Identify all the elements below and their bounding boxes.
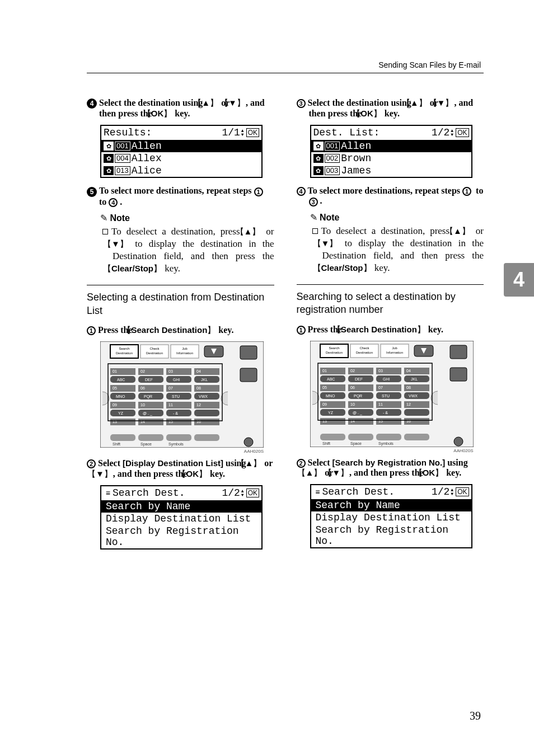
figure-caption: AAH020S	[100, 449, 264, 454]
step-text: using	[445, 458, 467, 467]
svg-rect-148	[348, 434, 373, 440]
lcd-row: Search by Registration No.	[311, 524, 471, 547]
divider	[297, 284, 484, 285]
lcd-results: Results: 1/1 ▲▼ OK ✿001Allen ✿004Allex ✿…	[100, 125, 263, 178]
svg-text:VWX: VWX	[409, 394, 418, 398]
section-title: Selecting a destination from Destination…	[87, 291, 274, 317]
svg-text:Information: Information	[176, 351, 193, 355]
svg-text:07: 07	[378, 386, 383, 389]
svg-text:08: 08	[196, 386, 201, 390]
svg-text:GHI: GHI	[173, 378, 180, 382]
lcd-scroll-icon: ▲▼	[451, 129, 453, 137]
clear-stop-key: Clear/Stop	[113, 263, 162, 274]
person-icon: ✿	[104, 154, 114, 163]
svg-text:13: 13	[322, 419, 327, 423]
lcd-scroll-icon: ▲▼	[451, 488, 453, 496]
step-bullet-3: 3	[297, 99, 306, 108]
svg-text:10: 10	[140, 403, 145, 407]
left-column: 4Select the destination using ▲ or ▼, an…	[87, 98, 274, 557]
lcd-scroll-icon: ▲▼	[241, 129, 244, 137]
note-text: key.	[162, 263, 180, 274]
down-arrow-key: ▼	[441, 98, 455, 109]
up-arrow-key: ▲	[414, 98, 428, 109]
lcd-row-selected: Search by Name	[311, 499, 471, 511]
note-heading: Note	[310, 212, 484, 223]
step-bullet-2: 2	[87, 459, 96, 468]
list-icon: ≡	[313, 488, 322, 497]
svg-text:12: 12	[196, 403, 201, 407]
svg-text:06: 06	[350, 386, 355, 389]
svg-rect-147	[320, 434, 345, 440]
search-destination-key: Search Destination	[134, 325, 216, 336]
svg-text:Destination: Destination	[146, 351, 163, 355]
svg-text:Search: Search	[329, 346, 339, 350]
step-2-left-b: 2Select [Display Destination List] using…	[99, 458, 274, 480]
person-icon: ✿	[313, 142, 324, 151]
option-label: [Search by Registration No.]	[332, 458, 445, 467]
step-3-right: 3Select the destination using ▲ or ▼, an…	[309, 98, 484, 119]
svg-text:PQR: PQR	[144, 395, 152, 399]
svg-text:ABC: ABC	[117, 378, 125, 382]
lcd-title: Results:	[104, 127, 152, 138]
lcd-page-indicator: 1/2	[432, 127, 449, 138]
header-breadcrumb: Sending Scan Files by E-mail	[378, 60, 481, 69]
lcd-title: Search Dest.	[113, 487, 185, 499]
note-bullet-icon	[102, 229, 108, 234]
svg-rect-138	[404, 409, 429, 416]
svg-rect-59	[194, 410, 219, 416]
svg-rect-70	[166, 434, 191, 441]
lcd-search-dest-right: ≡Search Dest. 1/2 ▲▼ OK Search by Name D…	[310, 484, 472, 548]
lcd-title: Search Dest.	[322, 486, 395, 497]
step-5-left: 5To select more destinations, repeat ste…	[99, 186, 274, 207]
lcd-row: ✿003James	[311, 165, 471, 177]
page-number: 39	[470, 710, 481, 722]
svg-text:Shift: Shift	[322, 442, 330, 445]
note-text: key.	[372, 262, 390, 273]
svg-text:- &: - &	[383, 411, 388, 415]
svg-text:03: 03	[168, 369, 173, 373]
svg-text:Shift: Shift	[113, 442, 120, 446]
lcd-row: ✿004Allex	[101, 152, 261, 165]
lcd-title: Dest. List:	[313, 127, 380, 138]
svg-text:13: 13	[113, 420, 117, 424]
svg-text:14: 14	[140, 420, 145, 424]
dest-code: 013	[115, 166, 130, 175]
down-arrow-key: ▼	[99, 469, 113, 480]
lcd-option: Search by Name	[106, 501, 190, 512]
svg-rect-155	[450, 368, 467, 381]
svg-rect-154	[450, 345, 467, 359]
svg-text:@ . _: @ . _	[143, 411, 152, 416]
svg-rect-149	[376, 434, 401, 440]
svg-text:08: 08	[406, 386, 411, 389]
svg-text:Destination: Destination	[116, 351, 133, 355]
svg-text:01: 01	[113, 369, 117, 373]
svg-text:Space: Space	[140, 442, 152, 447]
down-arrow-key: ▼	[335, 468, 349, 478]
svg-point-77	[244, 438, 253, 447]
person-icon: ✿	[313, 166, 324, 175]
control-panel-figure: SearchDestination CheckDestination JobIn…	[310, 341, 474, 453]
down-arrow-key: ▼	[232, 98, 246, 109]
note-body: To deselect a destination, press ▲ or ▼ …	[322, 225, 484, 274]
svg-text:09: 09	[113, 403, 117, 407]
svg-text:GHI: GHI	[383, 377, 390, 381]
svg-text:STU: STU	[382, 394, 390, 398]
svg-rect-69	[138, 434, 163, 441]
dest-name: Allex	[132, 153, 162, 164]
dest-code: 002	[325, 154, 340, 163]
svg-text:12: 12	[406, 402, 411, 406]
svg-text:05: 05	[322, 386, 327, 389]
person-icon: ✿	[313, 154, 324, 163]
lcd-option: Search by Registration No.	[316, 524, 469, 547]
step-text: Select	[98, 458, 123, 468]
lcd-ok-icon: OK	[246, 128, 259, 137]
dest-code: 004	[115, 154, 130, 163]
svg-text:JKL: JKL	[411, 377, 418, 381]
step-bullet-4: 4	[297, 187, 306, 196]
svg-text:Job: Job	[182, 347, 188, 350]
svg-text:DEF: DEF	[145, 378, 153, 382]
step-bullet-1: 1	[297, 326, 306, 335]
lcd-search-dest-left: ≡Search Dest. 1/2 ▲▼ OK Search by Name D…	[100, 485, 263, 550]
svg-text:Information: Information	[386, 351, 402, 354]
ok-key: OK	[426, 468, 444, 478]
